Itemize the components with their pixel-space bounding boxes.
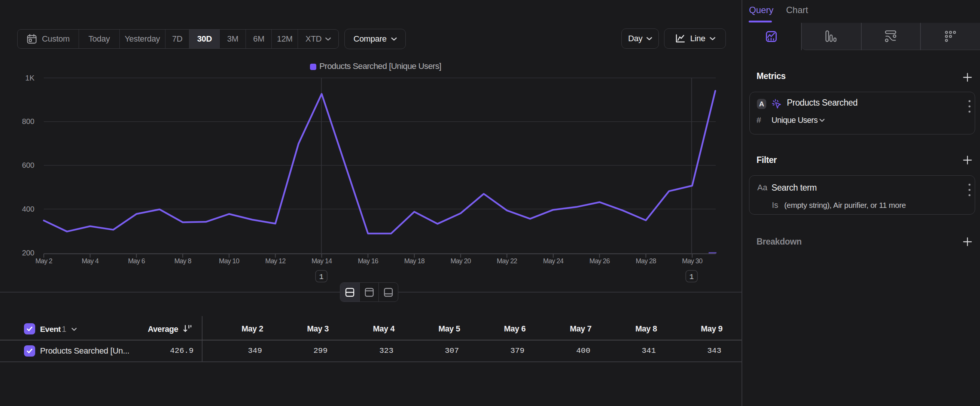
svg-text:May 18: May 18 (404, 257, 425, 265)
svg-text:May 14: May 14 (312, 257, 332, 265)
svg-text:May 12: May 12 (265, 257, 286, 265)
svg-text:May 20: May 20 (450, 257, 471, 265)
svg-text:1: 1 (319, 273, 323, 281)
svg-text:May 28: May 28 (636, 257, 656, 265)
svg-text:1: 1 (689, 273, 694, 281)
svg-text:400: 400 (22, 205, 35, 213)
svg-text:May 6: May 6 (128, 257, 145, 265)
svg-text:1K: 1K (25, 74, 35, 82)
svg-text:May 26: May 26 (589, 257, 610, 265)
svg-text:May 4: May 4 (82, 257, 99, 265)
svg-text:May 10: May 10 (219, 257, 240, 265)
svg-text:800: 800 (22, 117, 35, 126)
svg-text:May 24: May 24 (543, 257, 564, 265)
svg-text:May 30: May 30 (682, 257, 703, 265)
svg-text:200: 200 (22, 249, 35, 257)
svg-text:600: 600 (22, 161, 35, 169)
svg-text:May 8: May 8 (175, 257, 192, 265)
svg-text:May 22: May 22 (497, 257, 517, 265)
svg-text:May 16: May 16 (358, 257, 379, 265)
svg-text:May 2: May 2 (35, 257, 52, 265)
